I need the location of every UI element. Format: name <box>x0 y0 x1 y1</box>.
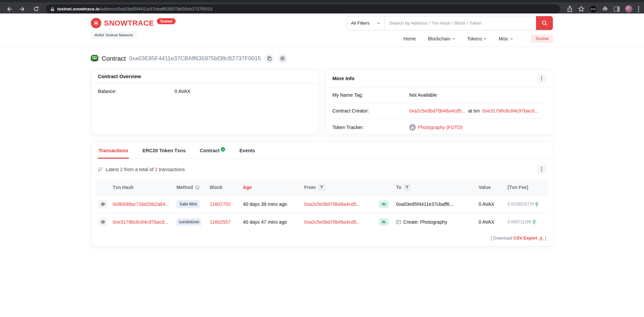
nav-tokens[interactable]: Tokens <box>467 36 487 41</box>
txn-hash-link[interactable]: 0xe31798c6c84c97bacd... <box>113 219 169 225</box>
from-address-link[interactable]: 0xa2c5e0bd70b48a4cd5... <box>304 219 360 225</box>
gas-bulb-icon[interactable]: s <box>532 220 536 225</box>
copy-address-button[interactable] <box>265 54 274 63</box>
search-button[interactable] <box>536 16 553 30</box>
tx-panel-menu-button[interactable] <box>537 165 546 174</box>
direction-badge: IN <box>379 218 389 226</box>
from-address-link[interactable]: 0xa2c5e0bd70b48a4cd5... <box>304 201 360 207</box>
txn-fee-value: 0.065711195 <box>508 220 531 224</box>
creator-txn-link[interactable]: 0xe31798c6c84c97bacd... <box>482 108 538 114</box>
page-type-label: Contract <box>102 55 126 62</box>
snowtrace-logo[interactable]: SNOWTRACE Testnet <box>91 18 176 28</box>
verified-check-icon <box>221 147 225 152</box>
bookmark-star-icon[interactable] <box>578 6 584 12</box>
col-value: Value <box>476 180 505 195</box>
age-value: 40 days 39 mins ago <box>240 195 301 213</box>
at-txn-text: at txn <box>468 108 480 114</box>
contract-icon <box>396 220 401 224</box>
table-header-row: Txn Hash Method Block Age From To Value … <box>96 180 548 195</box>
to-contract-create: Create: Photography <box>403 219 447 225</box>
main-nav: Home Blockchain Tokens Misc Testnet <box>403 35 553 43</box>
download-icon <box>539 236 543 240</box>
browser-forward-icon[interactable] <box>17 5 28 13</box>
col-to: To <box>396 185 401 190</box>
more-info-card-title: More Info <box>332 76 354 81</box>
more-info-card: More Info My Name Tag: Not Available Con… <box>325 69 553 134</box>
csv-export-row: [ Download CSV Export ] <box>91 231 553 241</box>
nav-blockchain[interactable]: Blockchain <box>428 36 455 41</box>
url-host: testnet.snowtrace.io <box>57 6 100 11</box>
tab-erc20-token-txns[interactable]: ERC20 Token Txns <box>142 142 186 159</box>
extensions-puzzle-icon[interactable] <box>602 6 608 12</box>
search-filter-label: All Filters <box>351 21 370 26</box>
nav-divider <box>522 35 522 42</box>
method-badge: Safe Mint <box>176 200 200 208</box>
method-badge: 0x60806040 <box>176 218 202 226</box>
token-tracker-link[interactable]: Photography (FOTO) <box>418 125 463 130</box>
txn-hash-link[interactable]: 0x8b698ac72bd20b2a64... <box>113 201 169 207</box>
url-path: /address/0xa03e85f4411e37cbaff635975bf38… <box>100 6 213 11</box>
search-bar: All Filters <box>347 16 553 30</box>
nav-home[interactable]: Home <box>403 36 416 41</box>
col-age[interactable]: Age <box>240 180 301 195</box>
address-bar[interactable]: testnet.snowtrace.io/address/0xa03e85f44… <box>46 4 560 13</box>
browser-menu-kebab-icon[interactable] <box>638 6 639 12</box>
col-from: From <box>304 185 316 190</box>
chevron-down-icon <box>452 38 455 40</box>
col-txn-hash: Txn Hash <box>110 180 174 195</box>
table-row: 0x8b698ac72bd20b2a64... Safe Mint 116027… <box>96 195 548 213</box>
table-row: 0xe31798c6c84c97bacd... 0x60806040 11602… <box>96 213 548 231</box>
site-header: SNOWTRACE Testnet AVAX Testnet Network A… <box>0 13 644 47</box>
name-tag-label: My Name Tag: <box>332 92 409 98</box>
profile-avatar[interactable] <box>625 5 633 13</box>
browser-back-icon[interactable] <box>3 5 15 13</box>
to-filter-button[interactable] <box>403 184 411 191</box>
tab-contract[interactable]: Contract <box>199 142 226 159</box>
filter-icon <box>320 186 323 189</box>
col-method: Method <box>176 185 193 190</box>
search-input[interactable] <box>385 16 536 30</box>
tab-transactions[interactable]: Transactions <box>98 142 129 159</box>
token-tracker-label: Token Tracker: <box>332 125 409 130</box>
chevron-down-icon <box>484 38 487 40</box>
sort-icon <box>98 167 103 172</box>
search-filter-select[interactable]: All Filters <box>347 16 385 30</box>
nav-testnet-pill[interactable]: Testnet <box>531 35 553 43</box>
creator-address-link[interactable]: 0xa2c5e0bd70b48a4cd5... <box>409 108 465 114</box>
tab-events[interactable]: Events <box>239 142 256 159</box>
block-link[interactable]: 11602702 <box>210 201 231 207</box>
tx-preview-button[interactable] <box>99 218 107 226</box>
from-filter-button[interactable] <box>318 184 325 191</box>
contract-overview-card: Contract Overview Balance: 0 AVAX <box>91 69 319 134</box>
to-address: 0xa03e85f4411e37cbaff6... <box>396 201 454 207</box>
transactions-table: Txn Hash Method Block Age From To Value … <box>96 180 548 231</box>
block-link[interactable]: 11602557 <box>210 219 231 225</box>
side-panel-icon[interactable] <box>614 6 620 12</box>
name-tag-value: Not Available <box>409 92 437 98</box>
chevron-down-icon <box>377 22 380 24</box>
svg-text:s: s <box>534 220 535 222</box>
txn-fee-value: 0.0026515775 <box>508 202 534 207</box>
lock-icon <box>50 7 55 11</box>
share-icon[interactable] <box>567 6 573 12</box>
info-icon[interactable] <box>195 185 200 190</box>
overview-card-title: Contract Overview <box>98 74 141 79</box>
logo-testnet-badge: Testnet <box>157 18 176 24</box>
extension-avatar-icon[interactable] <box>590 6 597 12</box>
nav-misc[interactable]: Misc <box>499 36 513 41</box>
value-cell: 0 AVAX <box>476 213 505 231</box>
tx-preview-button[interactable] <box>99 200 107 208</box>
search-icon <box>542 20 547 26</box>
browser-refresh-icon[interactable] <box>30 5 42 13</box>
svg-text:s: s <box>536 202 537 204</box>
copy-icon <box>267 56 272 61</box>
tx-total-count: 2 <box>155 167 157 172</box>
qr-code-button[interactable] <box>278 54 287 63</box>
balance-label: Balance: <box>98 89 175 94</box>
snowflake-logo-icon <box>91 18 101 28</box>
more-info-menu-button[interactable] <box>537 74 546 83</box>
csv-export-link[interactable]: CSV Export <box>513 235 537 241</box>
eye-icon <box>101 220 105 224</box>
gas-bulb-icon[interactable]: s <box>535 202 539 207</box>
age-value: 40 days 47 mins ago <box>240 213 301 231</box>
